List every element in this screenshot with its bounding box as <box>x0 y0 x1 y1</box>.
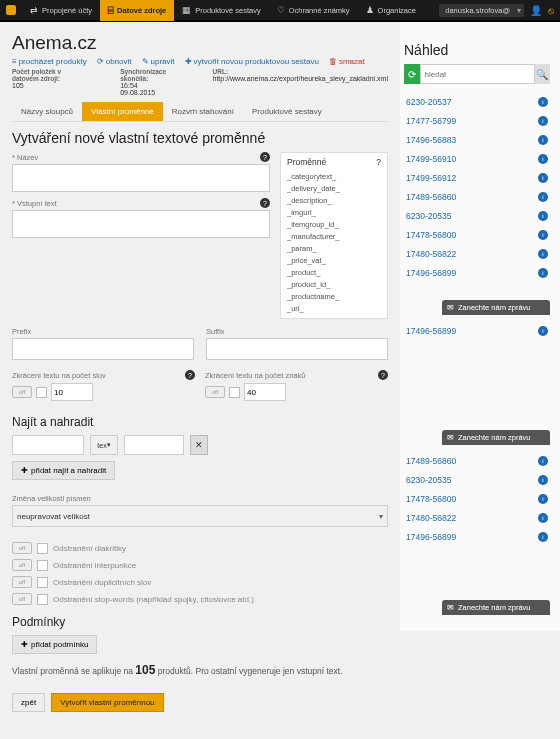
opt-toggle[interactable]: off <box>12 576 32 588</box>
find-mode[interactable]: tex ▾ <box>90 435 118 455</box>
help-icon[interactable]: ? <box>260 152 270 162</box>
info-icon[interactable]: i <box>538 456 548 466</box>
variable-item[interactable]: _param_ <box>287 242 381 254</box>
info-icon[interactable]: i <box>538 475 548 485</box>
variable-item[interactable]: _itemgroup_id_ <box>287 218 381 230</box>
inputtext-input[interactable] <box>12 210 270 238</box>
edit-link[interactable]: ✎upravit <box>142 57 175 66</box>
nav-org[interactable]: ♟Organizace <box>358 0 424 21</box>
opt-check[interactable] <box>37 594 48 605</box>
remove-rule-button[interactable]: ✕ <box>190 435 208 455</box>
browse-link[interactable]: ≡procházet produkty <box>12 57 87 66</box>
preview-item[interactable]: 17478-56800i <box>404 225 550 244</box>
opt-toggle[interactable]: off <box>12 593 32 605</box>
tab-columns[interactable]: Názvy sloupců <box>12 102 82 121</box>
help-icon[interactable]: ? <box>260 198 270 208</box>
nav-linked[interactable]: ⇄Propojené účty <box>22 0 100 21</box>
variable-item[interactable]: _url_ <box>287 302 381 314</box>
opt-check[interactable] <box>37 560 48 571</box>
trimchars-toggle[interactable]: off <box>205 386 225 398</box>
add-find-button[interactable]: ✚ přidat najít a nahradit <box>12 461 115 480</box>
preview-item[interactable]: 17496-56899i <box>404 527 550 546</box>
variable-item[interactable]: _productname_ <box>287 290 381 302</box>
preview-item[interactable]: 17489-56860i <box>404 187 550 206</box>
preview-search-input[interactable] <box>420 64 535 84</box>
opt-toggle[interactable]: off <box>12 559 32 571</box>
help-icon[interactable]: ? <box>378 370 388 380</box>
variable-item[interactable]: _delivery_date_ <box>287 182 381 194</box>
info-icon[interactable]: i <box>538 326 548 336</box>
info-icon[interactable]: i <box>538 135 548 145</box>
info-icon[interactable]: i <box>538 494 548 504</box>
leave-message-button[interactable]: ✉ Zanechte nám zprávu <box>442 430 550 445</box>
refresh-link[interactable]: ⟳obnovit <box>97 57 132 66</box>
case-select[interactable]: neupravovat velikost <box>12 505 388 527</box>
logout-icon[interactable]: ⎋ <box>548 5 554 16</box>
opt-check[interactable] <box>37 577 48 588</box>
help-icon[interactable]: ? <box>376 157 381 167</box>
preview-item[interactable]: 17477-56799i <box>404 111 550 130</box>
preview-item[interactable]: 17496-56883i <box>404 130 550 149</box>
tab-schedule[interactable]: Rozvrh stahování <box>163 102 243 121</box>
variable-item[interactable]: _description_ <box>287 194 381 206</box>
leave-message-button[interactable]: ✉ Zanechte nám zprávu <box>442 600 550 615</box>
trimwords-value[interactable] <box>51 383 93 401</box>
preview-item[interactable]: 17489-56860i <box>404 451 550 470</box>
info-icon[interactable]: i <box>538 116 548 126</box>
preview-item[interactable]: 6230-20537i <box>404 92 550 111</box>
preview-item[interactable]: 6230-20535i <box>404 206 550 225</box>
info-icon[interactable]: i <box>538 249 548 259</box>
user-icon[interactable]: 👤 <box>530 5 542 16</box>
preview-item[interactable]: 17478-56800i <box>404 489 550 508</box>
variable-item[interactable]: _categorytext_ <box>287 170 381 182</box>
opt-check[interactable] <box>37 543 48 554</box>
info-icon[interactable]: i <box>538 532 548 542</box>
submit-button[interactable]: Vytvořit vlastní proměnnou <box>51 693 163 712</box>
variable-item[interactable]: _product_id_ <box>287 278 381 290</box>
tab-variables[interactable]: Vlastní proměnné <box>82 102 163 121</box>
preview-item[interactable]: 17480-56822i <box>404 508 550 527</box>
suffix-input[interactable] <box>206 338 388 360</box>
preview-item[interactable]: 17496-56899i <box>404 263 550 282</box>
info-icon[interactable]: i <box>538 173 548 183</box>
trimchars-check[interactable] <box>229 387 240 398</box>
info-icon[interactable]: i <box>538 268 548 278</box>
variable-item[interactable]: _manufacturer_ <box>287 230 381 242</box>
create-link[interactable]: ✚vytvořit novou produktovou sestavu <box>185 57 319 66</box>
trimwords-check[interactable] <box>36 387 47 398</box>
nav-datasources[interactable]: ⌸Datové zdroje <box>100 0 174 21</box>
prefix-input[interactable] <box>12 338 194 360</box>
preview-item[interactable]: 17499-56912i <box>404 168 550 187</box>
nav-trademarks[interactable]: ♡Ochranné známky <box>269 0 358 21</box>
nav-products[interactable]: ▦Produktové sestavy <box>174 0 268 21</box>
preview-search-button[interactable]: 🔍 <box>535 64 551 84</box>
info-icon[interactable]: i <box>538 154 548 164</box>
help-icon[interactable]: ? <box>185 370 195 380</box>
info-icon[interactable]: i <box>538 192 548 202</box>
trimwords-toggle[interactable]: off <box>12 386 32 398</box>
info-icon[interactable]: i <box>538 97 548 107</box>
trimchars-value[interactable] <box>244 383 286 401</box>
tab-products[interactable]: Produktové sestavy <box>243 102 331 121</box>
opt-toggle[interactable]: off <box>12 542 32 554</box>
add-cond-button[interactable]: ✚ přidat podmínku <box>12 635 97 654</box>
leave-message-button[interactable]: ✉ Zanechte nám zprávu <box>442 300 550 315</box>
user-menu[interactable]: danuska.strofova@ <box>439 4 524 17</box>
variable-item[interactable]: _price_vat_ <box>287 254 381 266</box>
preview-refresh-button[interactable]: ⟳ <box>404 64 420 84</box>
preview-item[interactable]: 17480-56822i <box>404 244 550 263</box>
info-icon[interactable]: i <box>538 230 548 240</box>
back-button[interactable]: zpět <box>12 693 45 712</box>
preview-item[interactable]: 17496-56899i <box>404 321 550 340</box>
delete-link[interactable]: 🗑smazat <box>329 57 365 66</box>
preview-item[interactable]: 17499-56910i <box>404 149 550 168</box>
variable-item[interactable]: _imgurl_ <box>287 206 381 218</box>
brand-logo[interactable] <box>6 5 16 15</box>
find-input[interactable] <box>12 435 84 455</box>
preview-item[interactable]: 6230-20535i <box>404 470 550 489</box>
name-input[interactable] <box>12 164 270 192</box>
replace-input[interactable] <box>124 435 184 455</box>
info-icon[interactable]: i <box>538 513 548 523</box>
variable-item[interactable]: _product_ <box>287 266 381 278</box>
info-icon[interactable]: i <box>538 211 548 221</box>
